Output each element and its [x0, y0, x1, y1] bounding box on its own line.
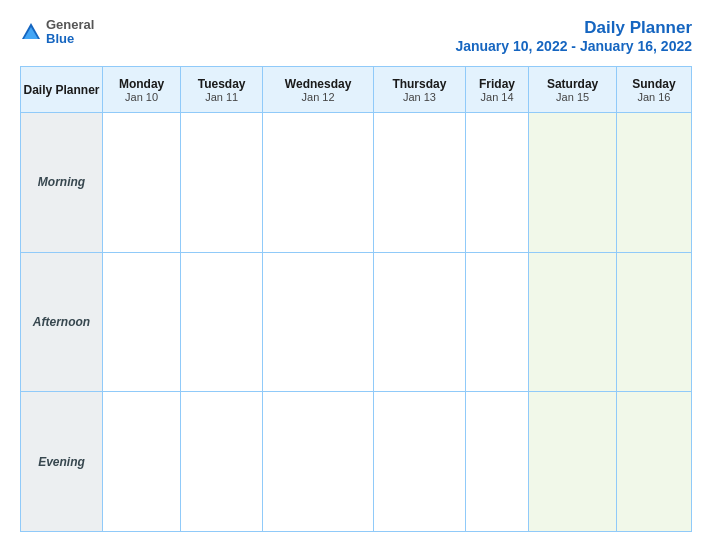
afternoon-friday[interactable] — [465, 252, 529, 392]
evening-label: Evening — [21, 392, 103, 532]
header: General Blue Daily Planner January 10, 2… — [20, 18, 692, 54]
morning-sunday[interactable] — [616, 113, 691, 253]
evening-sunday[interactable] — [616, 392, 691, 532]
tuesday-name: Tuesday — [183, 77, 260, 91]
morning-wednesday[interactable] — [263, 113, 374, 253]
friday-date: Jan 14 — [468, 91, 527, 103]
wednesday-date: Jan 12 — [265, 91, 371, 103]
table-header-row: Daily Planner Monday Jan 10 Tuesday Jan … — [21, 67, 692, 113]
evening-tuesday[interactable] — [181, 392, 263, 532]
afternoon-tuesday[interactable] — [181, 252, 263, 392]
header-label-cell: Daily Planner — [21, 67, 103, 113]
header-monday: Monday Jan 10 — [103, 67, 181, 113]
sunday-name: Sunday — [619, 77, 689, 91]
morning-monday[interactable] — [103, 113, 181, 253]
table-row-evening: Evening — [21, 392, 692, 532]
afternoon-monday[interactable] — [103, 252, 181, 392]
date-range: January 10, 2022 - January 16, 2022 — [455, 38, 692, 54]
header-wednesday: Wednesday Jan 12 — [263, 67, 374, 113]
header-tuesday: Tuesday Jan 11 — [181, 67, 263, 113]
morning-tuesday[interactable] — [181, 113, 263, 253]
logo-text: General Blue — [46, 18, 94, 47]
evening-friday[interactable] — [465, 392, 529, 532]
afternoon-wednesday[interactable] — [263, 252, 374, 392]
evening-wednesday[interactable] — [263, 392, 374, 532]
friday-name: Friday — [468, 77, 527, 91]
tuesday-date: Jan 11 — [183, 91, 260, 103]
header-thursday: Thursday Jan 13 — [374, 67, 466, 113]
page: General Blue Daily Planner January 10, 2… — [0, 0, 712, 550]
header-right: Daily Planner January 10, 2022 - January… — [455, 18, 692, 54]
afternoon-thursday[interactable] — [374, 252, 466, 392]
table-row-morning: Morning — [21, 113, 692, 253]
saturday-date: Jan 15 — [531, 91, 614, 103]
header-label-text: Daily Planner — [23, 83, 100, 97]
afternoon-sunday[interactable] — [616, 252, 691, 392]
monday-date: Jan 10 — [105, 91, 178, 103]
header-friday: Friday Jan 14 — [465, 67, 529, 113]
evening-saturday[interactable] — [529, 392, 617, 532]
thursday-name: Thursday — [376, 77, 463, 91]
logo-icon — [20, 21, 42, 43]
morning-thursday[interactable] — [374, 113, 466, 253]
afternoon-label: Afternoon — [21, 252, 103, 392]
wednesday-name: Wednesday — [265, 77, 371, 91]
morning-label: Morning — [21, 113, 103, 253]
evening-thursday[interactable] — [374, 392, 466, 532]
morning-friday[interactable] — [465, 113, 529, 253]
logo: General Blue — [20, 18, 94, 47]
saturday-name: Saturday — [531, 77, 614, 91]
logo-blue-text: Blue — [46, 32, 94, 46]
afternoon-saturday[interactable] — [529, 252, 617, 392]
calendar-table: Daily Planner Monday Jan 10 Tuesday Jan … — [20, 66, 692, 532]
monday-name: Monday — [105, 77, 178, 91]
morning-saturday[interactable] — [529, 113, 617, 253]
thursday-date: Jan 13 — [376, 91, 463, 103]
logo-general-text: General — [46, 18, 94, 32]
evening-monday[interactable] — [103, 392, 181, 532]
page-title: Daily Planner — [455, 18, 692, 38]
table-row-afternoon: Afternoon — [21, 252, 692, 392]
header-saturday: Saturday Jan 15 — [529, 67, 617, 113]
sunday-date: Jan 16 — [619, 91, 689, 103]
header-sunday: Sunday Jan 16 — [616, 67, 691, 113]
